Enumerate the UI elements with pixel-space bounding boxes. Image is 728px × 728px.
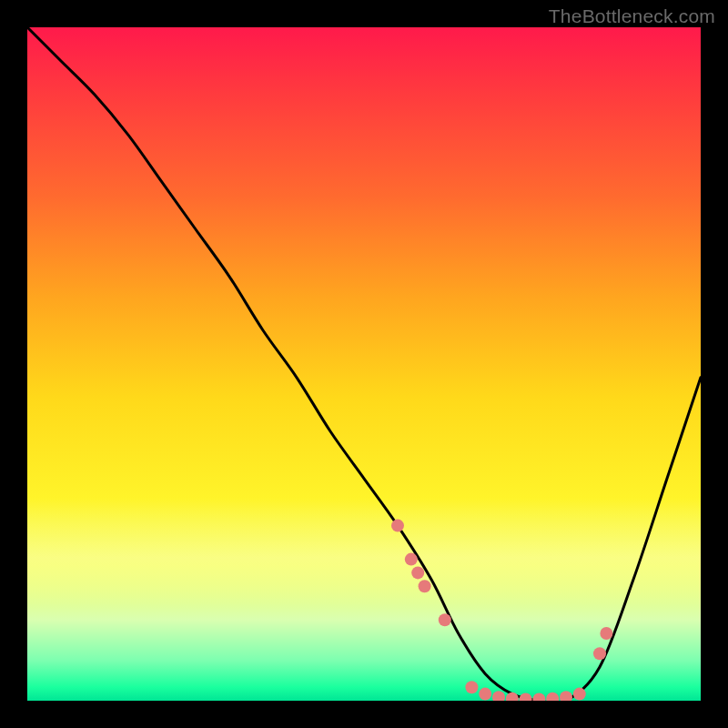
data-marker <box>419 580 431 592</box>
data-marker <box>560 691 572 701</box>
data-marker <box>479 688 491 701</box>
data-marker <box>532 693 545 701</box>
data-marker <box>465 681 478 693</box>
data-marker <box>492 691 505 701</box>
data-marker <box>593 647 606 660</box>
plot-area <box>27 27 701 701</box>
chart-root: TheBottleneck.com <box>0 0 728 728</box>
data-marker <box>573 688 586 701</box>
data-marker <box>391 520 404 532</box>
data-marker <box>546 693 559 701</box>
data-marker <box>600 627 612 640</box>
data-marker <box>520 693 532 701</box>
bottleneck-curve <box>27 27 701 701</box>
data-marker <box>506 693 519 701</box>
watermark-text: TheBottleneck.com <box>549 5 715 27</box>
data-marker <box>405 553 418 566</box>
data-markers <box>391 520 612 701</box>
data-marker <box>439 613 451 626</box>
data-marker <box>411 566 424 579</box>
curve-layer <box>27 27 701 701</box>
